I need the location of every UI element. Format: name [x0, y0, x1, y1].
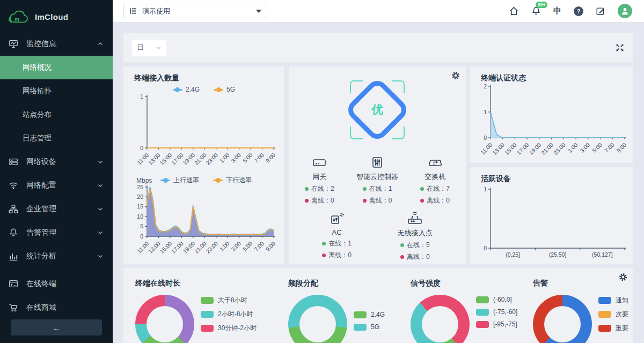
sidebar: m ImCloud 监控信息 网络概况 网络拓扑 站点分布 日志管理: [0, 0, 113, 343]
home-icon[interactable]: [509, 6, 519, 16]
bell-icon: [9, 228, 19, 237]
device-status-ac: AC 在线：1 离线：0: [322, 212, 352, 262]
legend-marker-icon: [160, 180, 170, 181]
terminal-access-card: 终端接入数量 2.4G5G 0111:0013:0015:0017:0019:0…: [123, 66, 284, 264]
legend-item[interactable]: 重要: [598, 324, 628, 333]
legend-item[interactable]: [-95,-75]: [476, 320, 517, 328]
sidebar-item-site-distribution[interactable]: 站点分布: [0, 103, 113, 126]
svg-text:15:00: 15:00: [158, 152, 173, 166]
sidebar-item-network-overview[interactable]: 网络概况: [0, 56, 113, 79]
traffic-rate-chart[interactable]: 051015202511:0013:0015:0017:0019:0021:00…: [129, 185, 284, 262]
rate-chart-legend: 上行速率下行速率: [160, 176, 252, 185]
wireless-ap-icon: [406, 212, 424, 226]
offline-count: 离线：0: [427, 196, 450, 205]
svg-text:19:00: 19:00: [181, 152, 196, 166]
sidebar-item-network-devices[interactable]: 网络设备: [0, 150, 113, 174]
signal-strength-donut[interactable]: [411, 295, 470, 343]
caret-down-icon: [256, 10, 261, 13]
section-title: 告警: [533, 279, 633, 288]
corner-bracket-icon: [350, 126, 363, 139]
svg-text:3:00: 3:00: [230, 152, 242, 164]
svg-text:5:00: 5:00: [241, 152, 254, 164]
notifications-bell-icon[interactable]: 99+: [531, 6, 541, 16]
sidebar-item-online-mall[interactable]: 在线商城: [0, 296, 113, 319]
network-health-card: 优 网关 在线：2 离线：0: [289, 66, 466, 264]
legend-item[interactable]: (-60,0]: [476, 296, 517, 303]
left-arrow-icon: ←: [53, 323, 61, 332]
online-duration-donut[interactable]: [135, 295, 194, 343]
legend-swatch-icon: [201, 297, 214, 304]
language-switch-icon[interactable]: 中: [553, 6, 561, 16]
sidebar-item-enterprise-management[interactable]: 企业管理: [0, 197, 113, 221]
online-count: 在线：1: [328, 239, 352, 248]
device-status-switch: 交换机 在线：7 离线：0: [420, 155, 450, 205]
legend-label: 次要: [616, 310, 628, 319]
legend-item[interactable]: 大于8小时: [201, 296, 257, 305]
legend-item[interactable]: 2.4G: [173, 86, 200, 93]
sidebar-item-log-management[interactable]: 日志管理: [0, 126, 113, 150]
terminal-access-chart[interactable]: 0111:0013:0015:0017:0019:0021:0023:001:0…: [129, 93, 284, 175]
wifi-icon: [9, 181, 19, 190]
legend-item[interactable]: 30分钟-2小时: [201, 324, 257, 333]
period-selector-dropdown[interactable]: 日: [132, 40, 166, 56]
svg-text:(0,25]: (0,25]: [506, 251, 520, 258]
online-dot: [363, 187, 367, 191]
svg-text:7:00: 7:00: [253, 152, 265, 164]
section-title: 终端在线时长: [135, 279, 276, 288]
device-status-gateway: 网关 在线：2 离线：0: [305, 155, 334, 205]
feedback-edit-icon[interactable]: [596, 6, 605, 16]
app-logo[interactable]: m ImCloud: [0, 0, 113, 32]
legend-item[interactable]: (-75,-60]: [476, 308, 517, 316]
device-status-wireless-ap: 无线接入点 在线：5 离线：0: [398, 212, 433, 262]
monitor-submenu: 网络概况 网络拓扑 站点分布 日志管理: [0, 56, 113, 150]
chevron-down-icon: [156, 46, 162, 50]
settings-gear-icon[interactable]: [619, 273, 627, 281]
svg-text:0: 0: [484, 135, 487, 141]
svg-text:1: 1: [484, 109, 487, 115]
legend-label: 2.4G: [186, 86, 200, 93]
fullscreen-icon[interactable]: [615, 43, 625, 53]
health-grade-indicator: 优: [342, 75, 412, 145]
sidebar-item-monitor-info[interactable]: 监控信息: [0, 32, 113, 56]
legend-item[interactable]: 5G: [214, 86, 235, 93]
sidebar-item-network-config[interactable]: 网络配置: [0, 174, 113, 197]
ac-icon: [329, 212, 345, 226]
signal-strength-section: 信号强度 (-60,0](-75,-60][-95,-75]: [399, 279, 521, 343]
sidebar-nav: 监控信息 网络概况 网络拓扑 站点分布 日志管理 网络设备: [0, 32, 113, 319]
sidebar-item-statistics[interactable]: 统计分析: [0, 244, 113, 268]
legend-item[interactable]: 2.4G: [354, 311, 385, 318]
legend-item[interactable]: 上行速率: [160, 176, 199, 185]
sidebar-item-label: 告警管理: [26, 228, 56, 237]
help-icon[interactable]: ?: [574, 6, 583, 16]
alarm-donut[interactable]: [533, 295, 592, 343]
offline-dot: [420, 199, 424, 203]
user-avatar[interactable]: [618, 4, 632, 18]
sidebar-collapse-button[interactable]: ←: [11, 319, 102, 335]
sidebar-item-online-terminals[interactable]: 在线终端: [0, 272, 113, 296]
legend-swatch-icon: [598, 297, 611, 304]
legend-item[interactable]: 次要: [598, 310, 628, 319]
svg-text:(50,127]: (50,127]: [592, 251, 613, 258]
sidebar-item-alarm-management[interactable]: 告警管理: [0, 221, 113, 244]
donut-hole: [544, 306, 581, 342]
legend-item[interactable]: 通知: [598, 296, 628, 305]
svg-text:9:00: 9:00: [264, 152, 276, 164]
legend-swatch-icon: [476, 309, 489, 316]
legend-item[interactable]: 5G: [354, 323, 385, 331]
svg-text:1: 1: [484, 186, 487, 192]
svg-text:11:00: 11:00: [136, 240, 150, 255]
offline-dot: [363, 199, 367, 203]
band-allocation-donut[interactable]: [288, 295, 347, 343]
terminal-auth-chart[interactable]: 01211:0013:0015:0017:0019:0021:0023:001:…: [475, 83, 633, 163]
corner-bracket-icon: [350, 80, 363, 93]
org-selector-dropdown[interactable]: 演示使用: [123, 4, 267, 18]
legend-item[interactable]: 下行速率: [213, 176, 252, 185]
online-count: 在线：5: [407, 241, 430, 250]
gateway-icon: [312, 155, 327, 169]
settings-gear-icon[interactable]: [451, 71, 460, 80]
sidebar-item-network-topology[interactable]: 网络拓扑: [0, 79, 113, 103]
svg-text:1:00: 1:00: [218, 152, 231, 164]
active-devices-chart[interactable]: 01(0,25](25,50](50,127]: [475, 184, 633, 264]
legend-label: 30分钟-2小时: [218, 324, 257, 333]
legend-item[interactable]: 2小时-8小时: [201, 310, 257, 319]
